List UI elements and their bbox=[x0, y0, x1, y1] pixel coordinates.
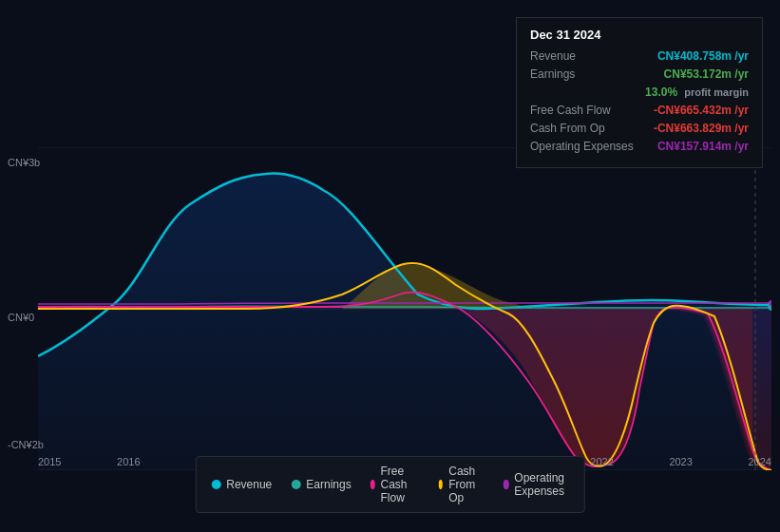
tooltip-fcf-value: -CN¥665.432m /yr bbox=[654, 104, 749, 117]
x-label-2015: 2015 bbox=[38, 456, 61, 467]
y-label-top: CN¥3b bbox=[8, 157, 40, 168]
legend-opex-dot bbox=[504, 480, 508, 489]
legend-opex-label: Operating Expenses bbox=[514, 471, 568, 498]
legend-earnings[interactable]: Earnings bbox=[291, 478, 351, 491]
tooltip-opex-value: CN¥157.914m /yr bbox=[657, 140, 749, 153]
tooltip-cashop-row: Cash From Op -CN¥663.829m /yr bbox=[530, 122, 749, 135]
tooltip-earnings-value: CN¥53.172m /yr bbox=[664, 67, 749, 81]
tooltip-revenue-label: Revenue bbox=[530, 49, 644, 63]
tooltip-earnings-label: Earnings bbox=[530, 67, 644, 81]
legend-revenue-dot bbox=[211, 480, 220, 489]
legend-revenue[interactable]: Revenue bbox=[211, 478, 272, 491]
tooltip-earnings-row: Earnings CN¥53.172m /yr bbox=[530, 67, 749, 81]
tooltip-fcf-row: Free Cash Flow -CN¥665.432m /yr bbox=[530, 104, 749, 117]
legend-opex[interactable]: Operating Expenses bbox=[504, 471, 569, 498]
tooltip-margin-row: 13.0% profit margin bbox=[530, 86, 749, 99]
x-label-2016: 2016 bbox=[117, 456, 140, 467]
x-label-2023: 2023 bbox=[669, 456, 692, 467]
chart-svg bbox=[38, 147, 771, 470]
legend-fcf[interactable]: Free Cash Flow bbox=[371, 465, 420, 504]
tooltip-cashop-label: Cash From Op bbox=[530, 122, 644, 135]
tooltip-margin-value: 13.0% profit margin bbox=[645, 86, 749, 99]
tooltip-opex-row: Operating Expenses CN¥157.914m /yr bbox=[530, 140, 749, 153]
legend-revenue-label: Revenue bbox=[226, 478, 272, 491]
tooltip-date: Dec 31 2024 bbox=[530, 28, 749, 42]
legend-earnings-dot bbox=[291, 480, 300, 489]
y-label-mid: CN¥0 bbox=[8, 312, 34, 323]
legend-cashop-dot bbox=[438, 480, 443, 489]
chart-container: Dec 31 2024 Revenue CN¥408.758m /yr Earn… bbox=[0, 0, 780, 532]
tooltip-fcf-label: Free Cash Flow bbox=[530, 104, 644, 117]
legend-fcf-dot bbox=[371, 480, 375, 489]
legend-cashop-label: Cash From Op bbox=[448, 465, 485, 504]
tooltip-cashop-value: -CN¥663.829m /yr bbox=[654, 122, 749, 135]
tooltip-opex-label: Operating Expenses bbox=[530, 140, 644, 153]
tooltip-revenue-value: CN¥408.758m /yr bbox=[657, 49, 749, 63]
legend-fcf-label: Free Cash Flow bbox=[381, 465, 420, 504]
x-label-2024: 2024 bbox=[748, 456, 770, 467]
tooltip-card: Dec 31 2024 Revenue CN¥408.758m /yr Earn… bbox=[516, 17, 763, 168]
tooltip-revenue-row: Revenue CN¥408.758m /yr bbox=[530, 49, 749, 63]
legend-earnings-label: Earnings bbox=[306, 478, 351, 491]
legend-cashop[interactable]: Cash From Op bbox=[438, 465, 485, 504]
chart-legend: Revenue Earnings Free Cash Flow Cash Fro… bbox=[195, 456, 585, 513]
x-label-2022: 2022 bbox=[590, 456, 613, 467]
